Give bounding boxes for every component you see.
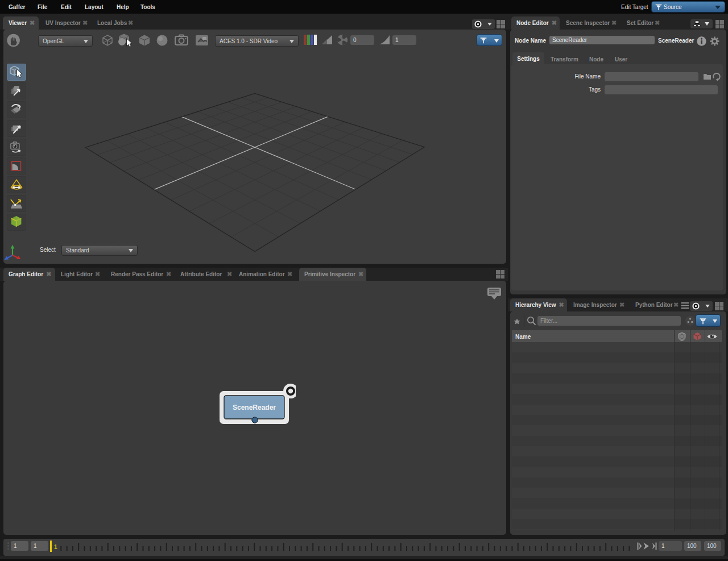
svg-text:SceneReader: SceneReader — [233, 404, 276, 412]
